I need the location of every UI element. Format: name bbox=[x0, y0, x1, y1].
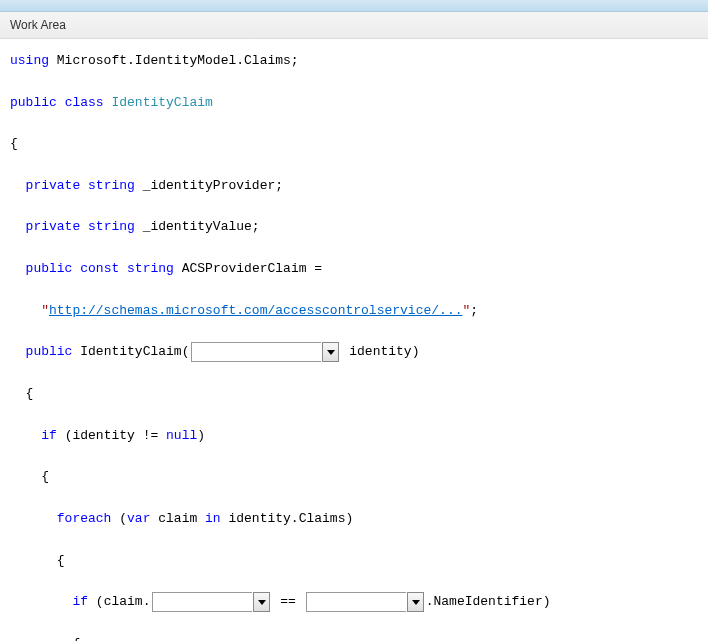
code-line: { bbox=[10, 551, 698, 572]
code-line: { bbox=[10, 134, 698, 155]
code-line: if (claim. == .NameIdentifier) bbox=[10, 592, 698, 613]
url-link[interactable]: http://schemas.microsoft.com/accesscontr… bbox=[49, 303, 462, 318]
code-line: foreach (var claim in identity.Claims) bbox=[10, 509, 698, 530]
chevron-down-icon[interactable] bbox=[253, 592, 270, 612]
code-line: private string _identityProvider; bbox=[10, 176, 698, 197]
code-line: { bbox=[10, 634, 698, 641]
code-line: private string _identityValue; bbox=[10, 217, 698, 238]
code-line: "http://schemas.microsoft.com/accesscont… bbox=[10, 301, 698, 322]
chevron-down-icon[interactable] bbox=[322, 342, 339, 362]
claim-value-dropdown[interactable] bbox=[306, 592, 406, 612]
code-line: public const string ACSProviderClaim = bbox=[10, 259, 698, 280]
window-top-accent bbox=[0, 0, 708, 12]
code-line: { bbox=[10, 467, 698, 488]
code-line: public class IdentityClaim bbox=[10, 93, 698, 114]
code-editor[interactable]: using Microsoft.IdentityModel.Claims; pu… bbox=[0, 39, 708, 641]
claim-property-dropdown-1[interactable] bbox=[152, 592, 252, 612]
code-line: if (identity != null) bbox=[10, 426, 698, 447]
header-title: Work Area bbox=[10, 18, 66, 32]
param-type-dropdown[interactable] bbox=[191, 342, 321, 362]
code-line: using Microsoft.IdentityModel.Claims; bbox=[10, 51, 698, 72]
header-bar: Work Area bbox=[0, 12, 708, 39]
code-line: { bbox=[10, 384, 698, 405]
chevron-down-icon[interactable] bbox=[407, 592, 424, 612]
code-line: public IdentityClaim( identity) bbox=[10, 342, 698, 363]
